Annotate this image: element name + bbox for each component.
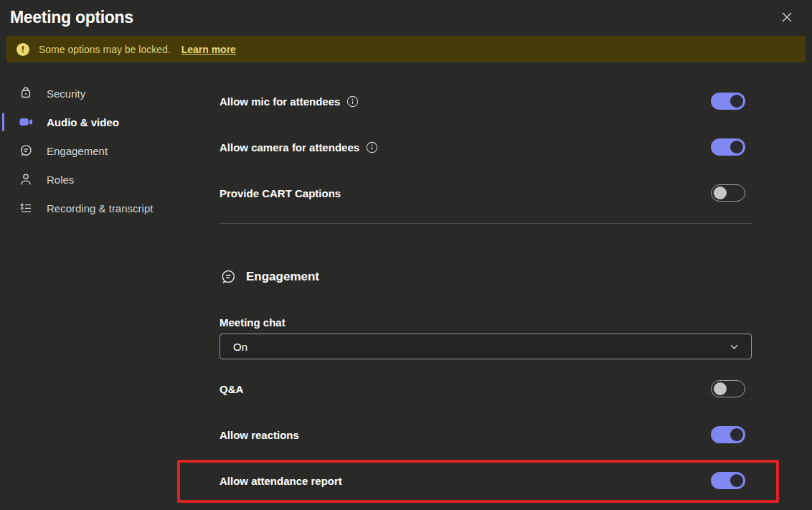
- chevron-down-icon: [729, 341, 740, 352]
- info-icon[interactable]: [346, 95, 359, 108]
- option-label-group: Allow attendance report: [219, 475, 342, 487]
- meeting-chat-label: Meeting chat: [219, 316, 752, 331]
- option-row-cart-captions: Provide CART Captions: [219, 170, 752, 216]
- sidebar-item-recording-transcript[interactable]: Recording & transcript: [0, 194, 219, 222]
- toggle-qna[interactable]: [711, 380, 745, 397]
- close-button[interactable]: [776, 6, 798, 28]
- sidebar-item-security[interactable]: Security: [0, 79, 219, 108]
- option-label: Allow camera for attendees: [219, 141, 359, 154]
- option-row-allow-camera: Allow camera for attendees: [219, 124, 752, 170]
- page-title: Meeting options: [10, 8, 133, 27]
- chat-bubble-icon: [219, 268, 237, 285]
- toggle-allow-attendance-report[interactable]: [711, 472, 745, 489]
- option-row-allow-reactions: Allow reactions: [219, 412, 752, 458]
- person-icon: [19, 172, 33, 186]
- bullet-list-icon: [19, 201, 33, 215]
- sidebar-item-label: Security: [47, 88, 85, 100]
- warning-banner: Some options may be locked. Learn more: [6, 36, 806, 62]
- sidebar-item-roles[interactable]: Roles: [0, 165, 219, 194]
- option-label-group: Q&A: [219, 383, 243, 395]
- section-divider: [219, 223, 752, 224]
- engagement-section-header: Engagement: [219, 268, 752, 286]
- option-label-group: Allow camera for attendees: [219, 141, 378, 154]
- dropdown-value: On: [233, 341, 247, 353]
- lock-icon: [19, 86, 33, 100]
- option-label: Allow attendance report: [219, 475, 342, 487]
- option-row-allow-attendance-report: Allow attendance report: [219, 458, 752, 504]
- sidebar: Security Audio & video Engagement: [0, 62, 219, 504]
- option-label: Q&A: [219, 383, 243, 395]
- video-camera-icon: [19, 115, 33, 129]
- sidebar-item-label: Roles: [47, 174, 74, 186]
- toggle-cart-captions[interactable]: [711, 184, 745, 202]
- sidebar-item-label: Engagement: [47, 145, 108, 157]
- sidebar-item-label: Recording & transcript: [47, 202, 153, 214]
- sidebar-item-engagement[interactable]: Engagement: [0, 136, 219, 165]
- info-icon[interactable]: [366, 141, 378, 154]
- toggle-allow-reactions[interactable]: [711, 426, 745, 443]
- toggle-allow-camera[interactable]: [711, 138, 745, 156]
- chat-bubble-icon: [19, 143, 33, 158]
- option-label: Provide CART Captions: [219, 187, 341, 199]
- option-label-group: Provide CART Captions: [219, 187, 341, 199]
- sidebar-item-audio-video[interactable]: Audio & video: [0, 108, 219, 136]
- toggle-allow-mic[interactable]: [711, 93, 745, 110]
- meeting-chat-dropdown[interactable]: On: [219, 334, 752, 359]
- section-title: Engagement: [246, 270, 319, 284]
- option-label: Allow mic for attendees: [219, 95, 340, 108]
- titlebar: Meeting options: [0, 0, 812, 32]
- main-panel: Allow mic for attendees Allow camera for…: [219, 62, 812, 504]
- learn-more-link[interactable]: Learn more: [181, 44, 236, 55]
- warning-message: Some options may be locked.: [39, 44, 171, 55]
- option-label-group: Allow reactions: [219, 429, 299, 441]
- option-label: Allow reactions: [219, 429, 299, 441]
- close-icon: [780, 10, 794, 24]
- option-label-group: Allow mic for attendees: [219, 95, 359, 108]
- option-row-allow-mic: Allow mic for attendees: [219, 78, 752, 124]
- option-row-qna: Q&A: [219, 366, 752, 412]
- warning-icon: [16, 43, 29, 56]
- sidebar-item-label: Audio & video: [47, 116, 119, 128]
